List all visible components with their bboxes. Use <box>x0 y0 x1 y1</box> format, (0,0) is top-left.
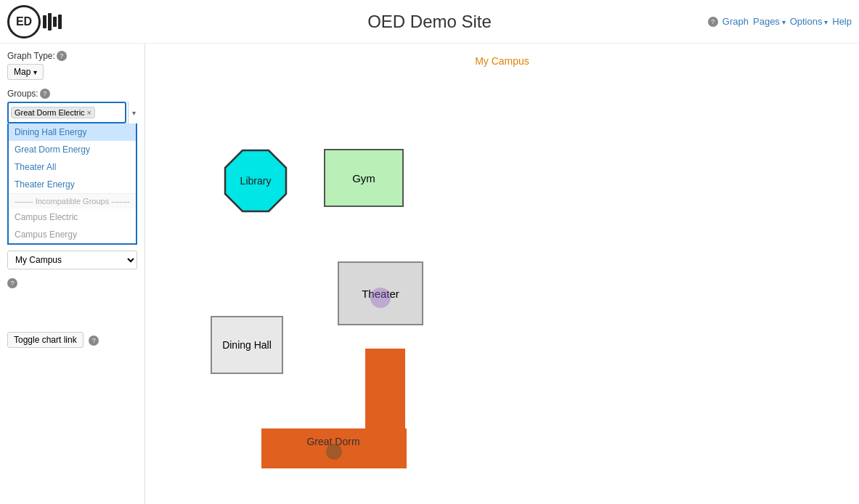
toggle-section: Toggle chart link ? <box>7 310 137 348</box>
logo-bar-1 <box>43 15 46 28</box>
logo: ED <box>7 5 62 38</box>
nav-pages-dropdown[interactable]: Pages <box>753 16 786 27</box>
dropdown-item-campus-energy: Campus Energy <box>9 226 136 243</box>
nav-help-icon[interactable]: ? <box>708 17 718 27</box>
main-layout: Graph Type: ? Map Groups: ? Great Dorm E… <box>0 44 859 504</box>
map-area: My Campus Library Gym Theater Dining Hal… <box>145 44 859 504</box>
selected-group-tag: Great Dorm Electric × <box>11 107 95 118</box>
nav-graph-link[interactable]: Graph <box>722 16 749 27</box>
groups-dropdown-list: Dining Hall Energy Great Dorm Energy The… <box>7 123 137 245</box>
dropdown-item-dining-hall-energy[interactable]: Dining Hall Energy <box>9 123 136 141</box>
groups-search-input[interactable] <box>97 107 123 118</box>
dining-hall-building[interactable]: Dining Hall <box>211 316 283 374</box>
dropdown-item-campus-electric: Campus Electric <box>9 208 136 226</box>
map-title: My Campus <box>475 55 529 67</box>
toggle-help-icon[interactable]: ? <box>89 336 99 346</box>
incompatible-divider: ------- Incompatible Groups ------- <box>9 193 136 208</box>
site-title: OED Demo Site <box>367 12 492 32</box>
groups-input-wrapper[interactable]: Great Dorm Electric × <box>7 102 126 123</box>
groups-help-icon[interactable]: ? <box>40 89 50 99</box>
theater-building[interactable]: Theater <box>338 261 423 325</box>
nav-options-dropdown[interactable]: Options <box>790 16 829 27</box>
logo-circle: ED <box>7 5 41 38</box>
header: ED OED Demo Site ? Graph Pages Options H… <box>0 0 859 44</box>
groups-dropdown-arrow[interactable]: ▾ <box>128 102 137 123</box>
nav-help-link[interactable]: Help <box>832 16 852 27</box>
dropdown-item-great-dorm-energy[interactable]: Great Dorm Energy <box>9 141 136 158</box>
toggle-chart-link-button[interactable]: Toggle chart link <box>7 332 84 348</box>
top-nav: ? Graph Pages Options Help <box>708 16 852 27</box>
groups-input-row: Great Dorm Electric × ▾ <box>7 102 137 123</box>
gym-building[interactable]: Gym <box>324 149 404 207</box>
great-dorm-dot <box>326 444 342 460</box>
svg-text:Library: Library <box>240 175 272 187</box>
graph-type-help-icon[interactable]: ? <box>57 51 67 61</box>
logo-bars <box>42 13 62 31</box>
graph-type-label: Graph Type: ? <box>7 51 137 61</box>
map-help-icon[interactable]: ? <box>7 278 17 288</box>
map-select-wrapper: My Campus <box>7 251 137 269</box>
logo-bar-3 <box>53 17 57 27</box>
graph-type-button[interactable]: Map <box>7 64 44 80</box>
dropdown-item-theater-all[interactable]: Theater All <box>9 158 136 176</box>
dropdown-item-theater-energy[interactable]: Theater Energy <box>9 176 136 193</box>
theater-dot <box>370 288 391 308</box>
library-building[interactable]: Library <box>224 149 288 213</box>
map-select[interactable]: My Campus <box>7 251 137 269</box>
groups-label: Groups: ? <box>7 89 137 99</box>
sidebar: Graph Type: ? Map Groups: ? Great Dorm E… <box>0 44 145 504</box>
logo-bar-2 <box>48 13 52 31</box>
tag-remove-btn[interactable]: × <box>87 108 91 117</box>
great-dorm-horizontal[interactable] <box>261 428 407 468</box>
logo-text: ED <box>16 15 32 28</box>
library-octagon-svg: Library <box>224 149 288 213</box>
logo-bar-4 <box>58 15 62 29</box>
